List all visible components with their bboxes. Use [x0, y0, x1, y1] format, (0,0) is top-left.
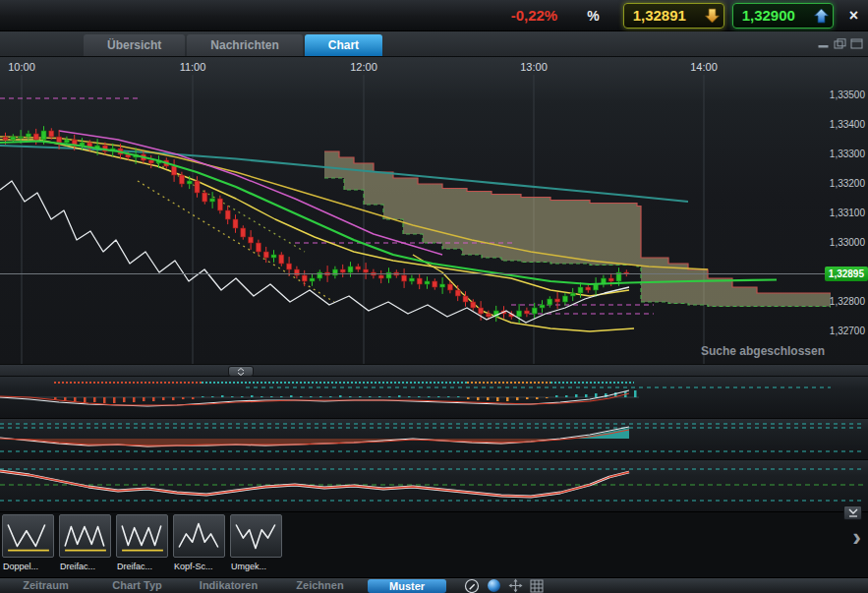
collapse-patterns-button[interactable]: [843, 505, 862, 520]
time-label: 14:00: [684, 61, 723, 73]
pattern-item-head-shoulders[interactable]: Kopf-Sc...: [173, 514, 227, 571]
buy-button[interactable]: 1,32900: [732, 3, 834, 29]
price-label: 1,32700: [830, 326, 865, 336]
time-label: 12:00: [344, 61, 383, 73]
move-icon[interactable]: [508, 578, 523, 593]
divider-grip[interactable]: [228, 366, 254, 377]
triple-top-icon: [59, 514, 111, 558]
bottom-toolbar: ZeitraumChart TypIndikatorenZeichnenMust…: [0, 577, 868, 593]
price-label: 1,33100: [830, 208, 865, 218]
pattern-label: Dreifac...: [116, 562, 170, 571]
tab-bar: ÜbersichtNachrichtenChart: [0, 31, 868, 57]
time-label: 10:00: [2, 61, 41, 73]
time-label: 13:00: [514, 61, 553, 73]
double-bottom-icon: [2, 514, 54, 558]
pattern-item-inverse-head-shoulders[interactable]: Umgek...: [230, 514, 284, 571]
tab-chart[interactable]: Chart: [305, 34, 382, 56]
triple-bottom-icon: [116, 514, 168, 558]
price-label: 1,33300: [830, 148, 865, 159]
top-bar: -0,22% % 1,32891 1,32900 ×: [0, 0, 868, 31]
maximize-icon[interactable]: [850, 38, 863, 49]
pattern-label: Doppel...: [2, 562, 56, 571]
window-controls: [817, 38, 863, 49]
more-patterns-chevron[interactable]: ›: [852, 524, 861, 550]
pattern-item-triple-bottom[interactable]: Dreifac...: [116, 514, 170, 571]
close-icon[interactable]: ×: [849, 8, 858, 24]
toolbar-item-zeichnen[interactable]: Zeichnen: [274, 578, 366, 593]
inverse-head-shoulders-icon: [230, 514, 282, 558]
minimize-icon[interactable]: [817, 38, 830, 49]
percent-symbol: %: [587, 8, 599, 24]
pattern-strip: Doppel...Dreifac...Dreifac...Kopf-Sc...U…: [0, 511, 868, 577]
indicator-panels[interactable]: [0, 377, 868, 511]
sell-price: 1,32891: [633, 7, 686, 24]
pattern-label: Kopf-Sc...: [173, 562, 227, 571]
toolbar-item-chart-typ[interactable]: Chart Typ: [91, 578, 183, 593]
price-label: 1,33400: [830, 119, 865, 130]
tab-nachrichten[interactable]: Nachrichten: [187, 34, 302, 56]
panel-divider: [0, 364, 868, 377]
price-label: 1,33500: [830, 89, 865, 100]
pattern-label: Dreifac...: [59, 562, 113, 571]
time-label: 11:00: [173, 61, 212, 73]
change-percent: -0,22%: [511, 7, 558, 24]
arrow-down-icon: [705, 8, 720, 24]
cascade-icon[interactable]: [834, 38, 846, 49]
toolbar-icons: [464, 578, 544, 593]
pattern-item-double-bottom[interactable]: Doppel...: [2, 514, 56, 571]
chart-canvas[interactable]: [0, 57, 831, 364]
tab-uebersicht[interactable]: Übersicht: [84, 34, 185, 56]
current-price-tag: 1,32895: [825, 267, 868, 281]
price-label: 1,33200: [830, 178, 865, 189]
main-chart[interactable]: 10:0011:0012:0013:0014:00 1,335001,33400…: [0, 57, 868, 364]
price-label: 1,33000: [830, 237, 865, 248]
toolbar-item-muster[interactable]: Muster: [368, 579, 446, 593]
pattern-label: Umgek...: [230, 562, 284, 571]
sphere-icon[interactable]: [487, 578, 501, 593]
toolbar-item-indikatoren[interactable]: Indikatoren: [183, 578, 274, 593]
price-label: 1,32800: [830, 296, 865, 307]
buy-price: 1,32900: [742, 7, 795, 24]
trading-app-window: -0,22% % 1,32891 1,32900 × ÜbersichtNach…: [0, 0, 868, 593]
head-shoulders-icon: [173, 514, 225, 558]
price-axis[interactable]: 1,335001,334001,333001,332001,331001,330…: [829, 57, 868, 364]
arrow-up-icon: [814, 8, 829, 24]
grid-icon[interactable]: [530, 579, 544, 593]
search-status-text: Suche abgeschlossen: [701, 344, 825, 358]
pencil-circle-icon[interactable]: [464, 578, 480, 593]
toolbar-item-zeitraum[interactable]: Zeitraum: [0, 578, 91, 593]
pattern-item-triple-top[interactable]: Dreifac...: [59, 514, 113, 571]
sell-button[interactable]: 1,32891: [623, 3, 724, 29]
